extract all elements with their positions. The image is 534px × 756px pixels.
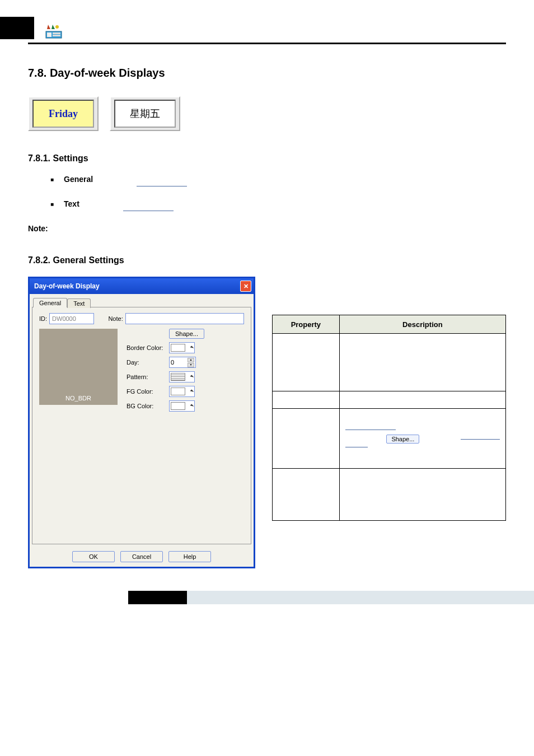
- page-header-rule: [28, 17, 506, 44]
- tab-strip: General Text: [33, 298, 254, 307]
- link-underline[interactable]: [123, 208, 174, 211]
- example-displays: Friday 星期五: [28, 96, 506, 131]
- svg-rect-1: [47, 32, 51, 37]
- id-field[interactable]: [49, 313, 94, 324]
- settings-link-list: ■ General ■ Text: [50, 175, 506, 208]
- shape-button[interactable]: Shape...: [169, 329, 204, 339]
- bullet-square-icon: ■: [50, 201, 54, 207]
- spin-up-icon[interactable]: ▲: [188, 358, 194, 362]
- bg-color-label: BG Color:: [127, 403, 166, 409]
- table-row: [273, 469, 506, 521]
- example-friday-box: Friday: [28, 96, 99, 131]
- dialog-title: Day-of-week Display: [34, 282, 100, 290]
- spin-down-icon[interactable]: ▼: [188, 363, 194, 367]
- property-table: Property Description: [272, 315, 506, 521]
- id-label: ID:: [39, 315, 47, 322]
- page-footer-strip: [0, 591, 534, 604]
- table-row: [273, 391, 506, 409]
- day-of-week-dialog: Day-of-week Display ✕ General Text ID: N…: [28, 277, 255, 568]
- link-underline[interactable]: [137, 184, 187, 186]
- th-description: Description: [339, 315, 505, 334]
- example-cjk-text: 星期五: [114, 100, 176, 128]
- link-underline[interactable]: [345, 430, 396, 430]
- bullet-square-icon: ■: [50, 176, 54, 183]
- bullet-general: General: [64, 175, 93, 184]
- tab-panel-general: ID: Note: NO_BDR Shape...: [32, 307, 251, 544]
- help-button[interactable]: Help: [168, 551, 211, 562]
- tab-text[interactable]: Text: [67, 298, 91, 308]
- svg-rect-2: [53, 32, 60, 34]
- ok-button[interactable]: OK: [72, 551, 115, 562]
- header-black-block: [0, 17, 34, 39]
- example-cjk-box: 星期五: [110, 96, 180, 131]
- day-spinner[interactable]: 0 ▲▼: [169, 357, 196, 368]
- link-underline[interactable]: [461, 439, 500, 440]
- border-color-picker[interactable]: [169, 342, 195, 353]
- fg-color-label: FG Color:: [127, 388, 166, 395]
- section-title: 7.8. Day-of-week Displays: [28, 67, 506, 80]
- example-friday-text: Friday: [32, 100, 94, 128]
- note-field[interactable]: [125, 313, 244, 324]
- note-label-field: Note:: [108, 315, 123, 322]
- day-label: Day:: [127, 359, 166, 366]
- preview-text: NO_BDR: [65, 395, 91, 402]
- day-value: 0: [171, 359, 174, 366]
- svg-point-4: [55, 25, 59, 29]
- shape-preview: NO_BDR: [39, 329, 118, 405]
- tab-general[interactable]: General: [33, 298, 67, 307]
- dialog-footer: OK Cancel Help: [30, 548, 254, 567]
- bg-color-picker[interactable]: [169, 400, 195, 412]
- dialog-titlebar[interactable]: Day-of-week Display ✕: [30, 278, 254, 294]
- svg-rect-3: [53, 35, 60, 36]
- close-icon[interactable]: ✕: [240, 281, 251, 292]
- bullet-text: Text: [64, 199, 79, 208]
- tools-icon: [45, 24, 63, 39]
- pattern-picker[interactable]: [169, 371, 195, 382]
- link-underline[interactable]: [345, 447, 368, 447]
- settings-subtitle: 7.8.1. Settings: [28, 153, 506, 164]
- note-label: Note:: [28, 224, 506, 233]
- table-row: [273, 334, 506, 391]
- shape-button-inline[interactable]: Shape...: [386, 435, 419, 444]
- border-color-label: Border Color:: [127, 344, 166, 351]
- fg-color-picker[interactable]: [169, 386, 195, 397]
- general-settings-subtitle: 7.8.2. General Settings: [28, 255, 506, 265]
- header-icons: [45, 24, 63, 39]
- th-property: Property: [273, 315, 340, 334]
- table-row: Shape...: [273, 409, 506, 469]
- cancel-button[interactable]: Cancel: [120, 551, 163, 562]
- pattern-label: Pattern:: [127, 374, 166, 380]
